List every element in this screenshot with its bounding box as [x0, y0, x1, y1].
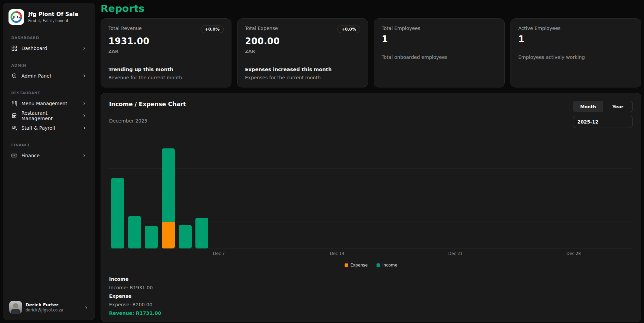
sidebar-item-label: Staff & Payroll [21, 125, 78, 131]
chart-title: Income / Expense Chart [109, 101, 186, 108]
sidebar-item-label: Admin Panel [21, 73, 78, 79]
legend-label: Expense [350, 263, 368, 268]
utensils-icon [11, 100, 17, 107]
sidebar-item-dashboard[interactable]: Dashboard [8, 42, 90, 54]
card-description: Employees actively working [518, 54, 633, 60]
legend-item-expense: Expense [345, 263, 368, 268]
chevron-right-icon [82, 101, 87, 106]
card-value: 1 [518, 34, 633, 44]
sidebar-item-label: Finance [21, 153, 78, 158]
bar-chart-plot [109, 142, 633, 248]
user-name: Derick Furter [25, 302, 81, 308]
summary-income-title: Income [109, 276, 633, 282]
card-footer-bold: Expenses increased this month [245, 67, 360, 72]
x-tick-label: Dec 14 [330, 251, 344, 256]
bar-day-6[interactable] [195, 218, 208, 248]
summary-revenue-line: Revenue: R1731.00 [109, 310, 633, 316]
store-icon [11, 113, 17, 119]
brand-title: Jfg Piont Of Sale [28, 11, 79, 18]
bar-day-5[interactable] [179, 225, 192, 248]
user-menu-button[interactable]: Derick Furter derick@jfgsol.co.za [6, 298, 91, 317]
chevron-right-icon [82, 74, 87, 78]
toggle-year-button[interactable]: Year [603, 101, 632, 112]
x-tick-label: Dec 28 [567, 251, 581, 256]
chart-subtitle: December 2025 [109, 118, 186, 124]
trend-badge: +0.0% [337, 26, 360, 33]
bar-segment-income [179, 225, 192, 248]
trend-badge: +0.0% [201, 26, 224, 33]
sidebar-item-label: Menu Management [21, 101, 78, 106]
bar-segment-income [145, 226, 158, 248]
card-footer-sub: Expenses for the current month [245, 75, 360, 80]
card-footer-bold: Trending up this month [108, 67, 224, 72]
summary-expense-title: Expense [109, 293, 633, 299]
card-unit: ZAR [245, 49, 360, 54]
gridline [109, 222, 633, 222]
sidebar-item-admin-panel[interactable]: Admin Panel [8, 70, 90, 82]
nav-section-label: DASHBOARD [11, 36, 87, 40]
avatar [9, 301, 22, 314]
gridline [109, 195, 633, 195]
bar-day-2[interactable] [128, 216, 141, 248]
brand-subtitle: Find it, Eat it, Love it [28, 18, 79, 23]
page-title: Reports [101, 3, 641, 14]
month-year-toggle: Month Year [573, 101, 633, 112]
bar-day-4[interactable] [162, 148, 175, 248]
x-tick-label: Dec 21 [448, 251, 463, 256]
bar-segment-income [111, 178, 124, 248]
card-label: Total Revenue [108, 26, 142, 31]
user-email: derick@jfgsol.co.za [25, 308, 81, 312]
users-icon [11, 125, 17, 131]
grid-icon [11, 45, 17, 51]
sidebar-item-restaurant-management[interactable]: Restaurant Management [8, 110, 90, 122]
legend-swatch [345, 263, 348, 267]
brand: JFG Jfg Piont Of Sale Find it, Eat it, L… [3, 3, 95, 27]
chevron-right-icon [82, 46, 87, 51]
chevron-right-icon [82, 113, 87, 118]
legend-item-income: Income [377, 263, 397, 268]
sidebar: JFG Jfg Piont Of Sale Find it, Eat it, L… [3, 3, 95, 320]
x-axis: Dec 7Dec 14Dec 21Dec 28 [109, 251, 633, 260]
toggle-month-button[interactable]: Month [573, 101, 603, 112]
sidebar-nav: DASHBOARDDashboardADMINAdmin PanelRESTAU… [3, 27, 95, 295]
period-input[interactable] [573, 116, 633, 128]
jfg-logo-icon: JFG [8, 9, 24, 25]
card-label: Total Employees [382, 26, 420, 31]
card-value: 1 [382, 34, 497, 44]
card-unit: ZAR [108, 49, 224, 54]
sidebar-item-finance[interactable]: Finance [8, 149, 90, 162]
stat-card-active-employees: Active Employees 1Employees actively wor… [510, 18, 641, 87]
chart-summary: Income Income: R1931.00 Expense Expense:… [109, 276, 633, 319]
bar-segment-income [195, 218, 208, 248]
shield-check-icon [11, 73, 17, 79]
summary-expense-line: Expense: R200.00 [109, 302, 633, 307]
summary-income-line: Income: R1931.00 [109, 285, 633, 290]
x-tick-label: Dec 7 [213, 251, 225, 256]
gridline [109, 142, 633, 142]
bar-day-1[interactable] [111, 178, 124, 248]
stat-cards-row: Total Revenue +0.0% 1931.00ZAR Trending … [101, 18, 641, 87]
main-content: Reports Total Revenue +0.0% 1931.00ZAR T… [101, 0, 641, 323]
bar-day-3[interactable] [145, 226, 158, 248]
logo-text: JFG [13, 15, 20, 19]
bar-segment-income [128, 216, 141, 248]
card-label: Total Expense [245, 26, 278, 31]
card-description: Total onboarded employees [382, 54, 497, 60]
chevron-right-icon [84, 305, 89, 310]
card-value: 200.00 [245, 36, 360, 46]
stat-card-total-employees: Total Employees 1Total onboarded employe… [374, 18, 505, 87]
sidebar-item-menu-management[interactable]: Menu Management [8, 97, 90, 110]
bar-segment-expense [162, 222, 175, 248]
nav-section-label: FINANCE [11, 143, 87, 147]
gridline [109, 168, 633, 169]
legend-label: Income [382, 263, 397, 268]
nav-section-label: ADMIN [11, 63, 87, 68]
sidebar-item-label: Dashboard [21, 46, 78, 51]
sidebar-item-staff-payroll[interactable]: Staff & Payroll [8, 122, 90, 134]
banknote-icon [11, 152, 17, 159]
income-expense-chart-card: Income / Expense Chart December 2025 Mon… [101, 93, 641, 322]
sidebar-item-label: Restaurant Management [21, 110, 78, 121]
legend-swatch [377, 263, 380, 267]
stat-card-total-revenue: Total Revenue +0.0% 1931.00ZAR Trending … [101, 18, 231, 87]
chart-legend: ExpenseIncome [109, 263, 633, 268]
